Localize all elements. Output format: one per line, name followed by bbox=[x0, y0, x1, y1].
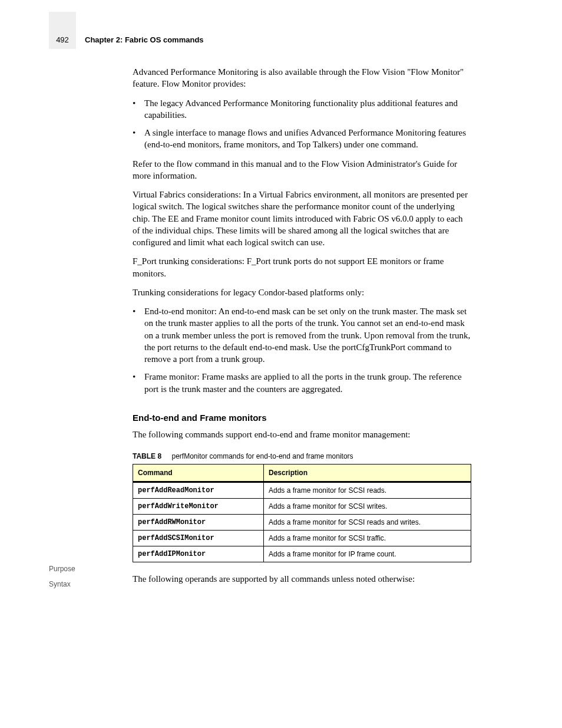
virtual-fabrics-paragraph: Virtual Fabrics considerations: In a Vir… bbox=[133, 189, 471, 248]
cell-description: Adds a frame monitor for SCSI reads. bbox=[264, 482, 471, 499]
ee-body-2: The following operands are supported by … bbox=[133, 573, 471, 585]
bullet-item: • The legacy Advanced Performance Monito… bbox=[133, 97, 471, 121]
table-header-row: Command Description bbox=[133, 465, 471, 482]
page-number: 492 bbox=[49, 35, 76, 44]
table-caption-text: perfMonitor commands for end-to-end and … bbox=[171, 452, 353, 460]
perf-monitor-table: Command Description perfAddReadMonitor A… bbox=[133, 464, 471, 562]
reference-paragraph: Refer to the flow command in this manual… bbox=[133, 158, 471, 182]
cell-description: Adds a frame monitor for SCSI writes. bbox=[264, 499, 471, 515]
side-label-syntax: Syntax bbox=[49, 580, 125, 588]
bullet-list: • The legacy Advanced Performance Monito… bbox=[133, 97, 471, 151]
side-label-purpose: Purpose bbox=[49, 565, 125, 573]
main-content: Advanced Performance Monitoring is also … bbox=[133, 66, 471, 592]
table-label: TABLE 8 bbox=[133, 452, 161, 460]
bullet-item: • End-to-end monitor: An end-to-end mask… bbox=[133, 305, 471, 365]
trunk-bullet-list: • End-to-end monitor: An end-to-end mask… bbox=[133, 305, 471, 395]
bullet-item: • Frame monitor: Frame masks are applied… bbox=[133, 371, 471, 395]
section-heading-ee-frame: End-to-end and Frame monitors bbox=[133, 413, 471, 423]
table-caption: TABLE 8 perfMonitor commands for end-to-… bbox=[133, 452, 471, 460]
cell-command: perfAddReadMonitor bbox=[133, 482, 264, 499]
col-header-description: Description bbox=[264, 465, 471, 482]
table-row: perfAddIPMonitor Adds a frame monitor fo… bbox=[133, 546, 471, 562]
bullet-dot-icon: • bbox=[133, 97, 144, 121]
cell-command: perfAddWriteMonitor bbox=[133, 499, 264, 515]
bullet-text: A single interface to manage flows and u… bbox=[144, 127, 471, 151]
bullet-text: Frame monitor: Frame masks are applied t… bbox=[144, 371, 471, 395]
cell-description: Adds a frame monitor for IP frame count. bbox=[264, 546, 471, 562]
cell-command: perfAddRWMonitor bbox=[133, 515, 264, 531]
cell-command: perfAddIPMonitor bbox=[133, 546, 264, 562]
bullet-text: End-to-end monitor: An end-to-end mask c… bbox=[144, 305, 471, 365]
col-header-command: Command bbox=[133, 465, 264, 482]
bullet-item: • A single interface to manage flows and… bbox=[133, 127, 471, 151]
chapter-label: Chapter 2: Fabric OS commands bbox=[85, 35, 204, 44]
cell-description: Adds a frame monitor for SCSI reads and … bbox=[264, 515, 471, 531]
table-row: perfAddSCSIMonitor Adds a frame monitor … bbox=[133, 531, 471, 546]
trunking-considerations-heading: Trunking considerations for legacy Condo… bbox=[133, 286, 471, 298]
cell-command: perfAddSCSIMonitor bbox=[133, 531, 264, 546]
bullet-dot-icon: • bbox=[133, 305, 144, 365]
table-row: perfAddWriteMonitor Adds a frame monitor… bbox=[133, 499, 471, 515]
table-row: perfAddRWMonitor Adds a frame monitor fo… bbox=[133, 515, 471, 531]
bullet-dot-icon: • bbox=[133, 371, 144, 395]
table-row: perfAddReadMonitor Adds a frame monitor … bbox=[133, 482, 471, 499]
bullet-dot-icon: • bbox=[133, 127, 144, 151]
intro-paragraph: Advanced Performance Monitoring is also … bbox=[133, 66, 471, 90]
cell-description: Adds a frame monitor for SCSI traffic. bbox=[264, 531, 471, 546]
bullet-text: The legacy Advanced Performance Monitori… bbox=[144, 97, 471, 121]
page-number-box: 492 bbox=[49, 12, 76, 49]
fport-trunking-paragraph: F_Port trunking considerations: F_Port t… bbox=[133, 255, 471, 279]
ee-body-1: The following commands support end-to-en… bbox=[133, 429, 471, 440]
